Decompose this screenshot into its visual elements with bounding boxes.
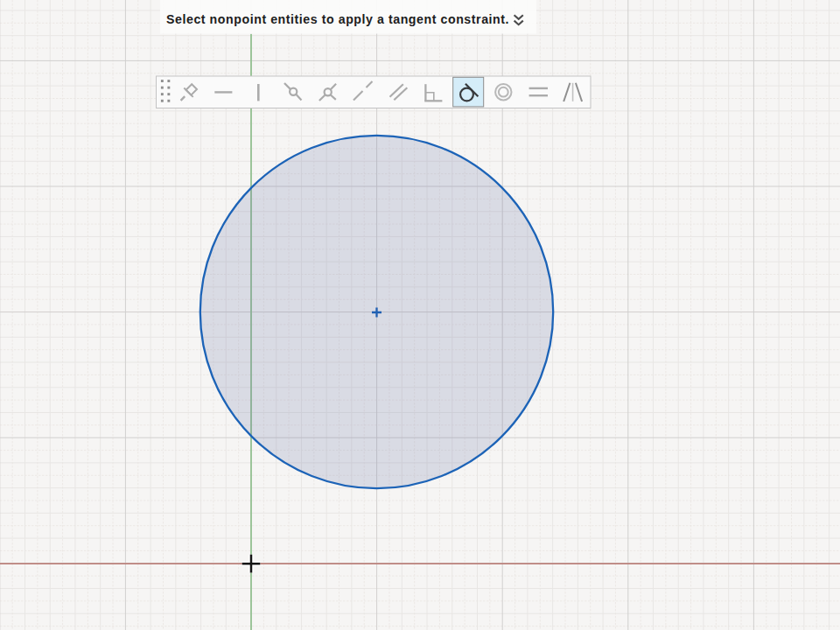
svg-text:Select nonpoint entities to ap: Select nonpoint entities to apply a tang… bbox=[166, 12, 509, 26]
